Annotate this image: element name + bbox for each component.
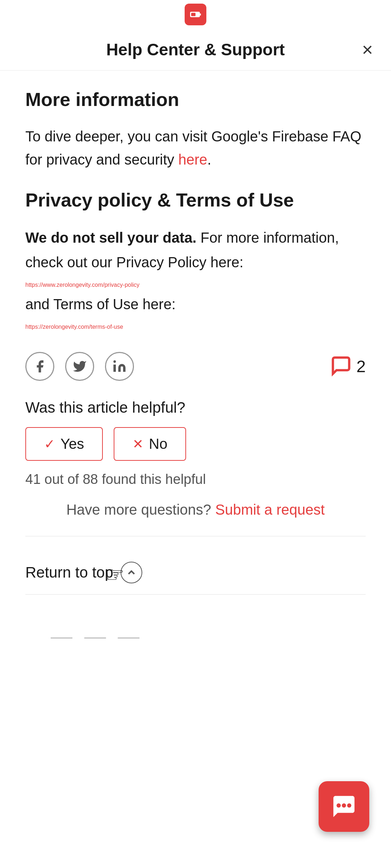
- bottom-peek-dots: — — —: [51, 624, 142, 648]
- questions-prefix: Have more questions?: [66, 502, 211, 518]
- return-to-top-label: Return to top: [25, 564, 113, 581]
- twitter-icon[interactable]: [65, 352, 94, 381]
- battery-icon: [185, 4, 206, 25]
- privacy-heading: Privacy policy & Terms of Use: [25, 189, 366, 211]
- terms-of-use-link[interactable]: https://zerolongevity.com/terms-of-use: [25, 324, 123, 330]
- x-mark-icon: ✕: [133, 437, 143, 452]
- close-button[interactable]: ×: [362, 40, 373, 59]
- terms-prefix: and Terms of Use here:: [25, 296, 176, 312]
- svg-rect-1: [200, 13, 201, 16]
- linkedin-icon[interactable]: [105, 352, 134, 381]
- bottom-peek: — — —: [25, 609, 366, 663]
- svg-point-4: [342, 803, 346, 808]
- more-info-heading: More information: [25, 89, 366, 110]
- submit-request-link[interactable]: Submit a request: [215, 502, 324, 518]
- privacy-bold: We do not sell your data.: [25, 230, 197, 246]
- privacy-url-block: https://www.zerolongevity.com/privacy-po…: [25, 282, 366, 288]
- helpful-buttons: ✓ Yes ✕ No: [25, 427, 366, 461]
- terms-prefix-text: and Terms of Use here:: [25, 292, 366, 316]
- comment-count[interactable]: 2: [330, 355, 366, 378]
- svg-rect-2: [191, 13, 196, 16]
- terms-url-block: https://zerolongevity.com/terms-of-use: [25, 324, 366, 330]
- no-button[interactable]: ✕ No: [114, 427, 186, 461]
- svg-point-5: [337, 803, 341, 808]
- chat-fab-button[interactable]: [319, 781, 369, 832]
- return-to-top[interactable]: Return to top ☞: [25, 551, 366, 595]
- helpful-count: 41 out of 88 found this helpful: [25, 472, 366, 487]
- questions-row: Have more questions? Submit a request: [25, 502, 366, 518]
- status-bar: [0, 0, 391, 29]
- more-info-text-suffix: .: [207, 152, 211, 167]
- divider: [25, 536, 366, 536]
- social-icons: [25, 352, 134, 381]
- social-row: 2: [25, 352, 366, 381]
- header: Help Center & Support ×: [0, 29, 391, 71]
- privacy-policy-link[interactable]: https://www.zerolongevity.com/privacy-po…: [25, 282, 139, 288]
- svg-point-3: [113, 360, 116, 363]
- helpful-question: Was this article helpful?: [25, 399, 366, 416]
- facebook-icon[interactable]: [25, 352, 54, 381]
- svg-point-6: [347, 803, 352, 808]
- more-info-body: To dive deeper, you can visit Google's F…: [25, 125, 366, 171]
- comment-icon: [330, 355, 352, 378]
- firebase-faq-link[interactable]: here: [178, 152, 207, 167]
- yes-button[interactable]: ✓ Yes: [25, 427, 103, 461]
- cursor-hand-icon: ☞: [105, 562, 125, 587]
- yes-label: Yes: [60, 436, 84, 452]
- helpful-section: Was this article helpful? ✓ Yes ✕ No 41 …: [25, 399, 366, 518]
- comment-number: 2: [356, 357, 366, 376]
- page-title: Help Center & Support: [106, 40, 285, 59]
- check-icon: ✓: [44, 437, 55, 452]
- privacy-body: We do not sell your data. For more infor…: [25, 225, 366, 275]
- no-label: No: [149, 436, 167, 452]
- main-content: More information To dive deeper, you can…: [0, 71, 391, 681]
